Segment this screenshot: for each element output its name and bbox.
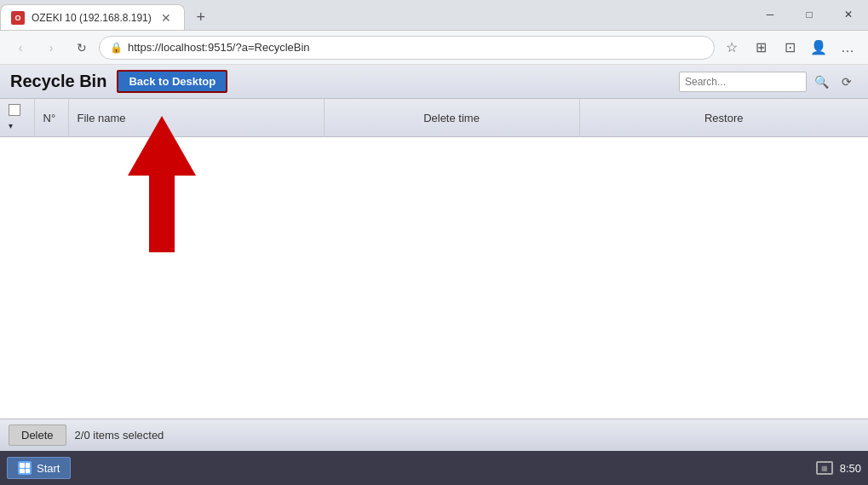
tab-close-button[interactable]: ✕	[158, 10, 174, 26]
search-area: 🔍 ⟳	[679, 71, 858, 93]
new-tab-button[interactable]: +	[188, 4, 214, 30]
profile-icon[interactable]: 👤	[805, 34, 832, 61]
back-button[interactable]: ‹	[7, 34, 34, 61]
forward-button[interactable]: ›	[37, 34, 65, 61]
taskbar-right: ▦ 8:50	[816, 461, 861, 475]
content-area: ▾ N° File name Delete time Restore	[0, 99, 868, 419]
close-button[interactable]: ✕	[829, 1, 868, 28]
search-icon[interactable]: 🔍	[810, 71, 832, 93]
back-to-desktop-button[interactable]: Back to Desktop	[117, 70, 227, 93]
address-text: https://localhost:9515/?a=RecycleBin	[128, 41, 310, 54]
maximize-button[interactable]: □	[790, 1, 829, 28]
page-header: Recycle Bin Back to Desktop 🔍 ⟳	[0, 65, 868, 99]
taskbar-time: 8:50	[840, 462, 861, 475]
search-input[interactable]	[679, 72, 807, 92]
refresh-button[interactable]: ↻	[68, 34, 95, 61]
items-selected-label: 2/0 items selected	[75, 429, 164, 442]
red-arrow-annotation	[119, 116, 204, 255]
browser-tab[interactable]: O OZEKI 10 (192.168.8.191) ✕	[0, 4, 185, 30]
window-controls: ─ □ ✕	[750, 0, 868, 30]
share-icon[interactable]: ⊡	[776, 34, 803, 61]
taskbar: Start ▦ 8:50	[0, 451, 868, 485]
browser-toolbar: ‹ › ↻ 🔒 https://localhost:9515/?a=Recycl…	[0, 31, 868, 65]
address-bar[interactable]: 🔒 https://localhost:9515/?a=RecycleBin	[99, 36, 715, 60]
tab-title: OZEKI 10 (192.168.8.191)	[32, 12, 152, 24]
tab-favicon: O	[11, 11, 25, 25]
col-header-num: N°	[34, 99, 68, 137]
bottom-bar: Delete 2/0 items selected	[0, 419, 868, 451]
col-header-deletetime: Delete time	[324, 99, 579, 137]
col-header-restore: Restore	[579, 99, 868, 137]
monitor-icon: ▦	[816, 461, 833, 475]
start-label: Start	[37, 462, 60, 475]
lock-icon: 🔒	[110, 42, 123, 54]
favorites-list-icon[interactable]: ⊞	[747, 34, 774, 61]
svg-marker-0	[128, 116, 196, 252]
col-header-checkbox: ▾	[0, 99, 34, 137]
start-icon	[18, 461, 32, 475]
favorites-star-icon[interactable]: ☆	[718, 34, 745, 61]
page-refresh-icon[interactable]: ⟳	[836, 71, 858, 93]
delete-button[interactable]: Delete	[9, 424, 66, 446]
start-button[interactable]: Start	[7, 457, 71, 479]
tab-bar: O OZEKI 10 (192.168.8.191) ✕ + ─ □ ✕	[0, 0, 868, 31]
toolbar-right: ☆ ⊞ ⊡ 👤 …	[718, 34, 861, 61]
chevron-down-icon[interactable]: ▾	[9, 121, 13, 130]
select-all-checkbox[interactable]	[9, 104, 20, 116]
minimize-button[interactable]: ─	[750, 1, 790, 28]
page-area: Recycle Bin Back to Desktop 🔍 ⟳	[0, 65, 868, 451]
menu-icon[interactable]: …	[834, 34, 861, 61]
page-title: Recycle Bin	[10, 72, 106, 91]
